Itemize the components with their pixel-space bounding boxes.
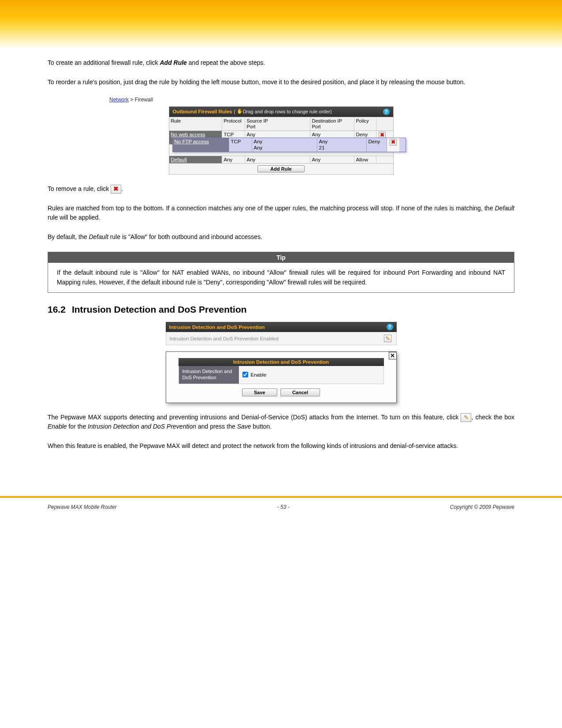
firewall-panel: Outbound Firewall Rules ( ✋Drag and drop… [169, 106, 394, 175]
col-policy-header: Policy [354, 117, 376, 130]
paragraph-default: By default, the Default rule is "Allow" … [48, 232, 514, 242]
col-dst-header: Destination IP Port [310, 117, 354, 130]
rule-link-noftp[interactable]: No FTP access [175, 139, 209, 144]
help-icon[interactable]: ? [383, 108, 390, 115]
add-rule-bold: Add Rule [160, 59, 186, 66]
default-dst: Any [310, 156, 354, 163]
breadcrumb-current: Firewall [135, 97, 153, 103]
dialog-close-icon[interactable]: ✕ [389, 352, 397, 359]
ids-dialog-body: Intrusion Detection and DoS Prevention E… [179, 366, 384, 384]
section-heading: 16.2Intrusion Detection and DoS Preventi… [48, 304, 514, 315]
close-icon[interactable]: ✖ [111, 185, 121, 194]
text: By default, the [48, 233, 89, 240]
section-title: Intrusion Detection and DoS Prevention [72, 304, 247, 314]
footer-rule [0, 496, 562, 498]
col-delete-header [376, 117, 388, 130]
col-srcip-header: Source IP Port [245, 117, 310, 130]
ids-titlebar: Intrusion Detection and DoS Prevention ? [166, 322, 397, 332]
col-protocol-header: Protocol [222, 117, 245, 130]
closing-paragraph-1: The Pepwave MAX supports detecting and p… [48, 413, 514, 432]
help-icon[interactable]: ? [387, 324, 393, 330]
tip-title: Tip [48, 252, 514, 263]
closing-paragraph-2: When this feature is enabled, the Pepwav… [48, 441, 514, 451]
ids-dialog-title: Intrusion Detection and DoS Prevention [179, 358, 384, 366]
rule-link-noweb[interactable]: No web access [171, 132, 205, 137]
text: . [121, 185, 123, 192]
drag-policy: Deny [367, 138, 387, 151]
col-rule-header: Rule [169, 117, 222, 130]
tip-box: Tip If the default inbound rule is "Allo… [48, 252, 514, 293]
drag-proto: TCP [229, 138, 252, 151]
paragraph-matching: Rules are matched from top to the bottom… [48, 204, 514, 223]
default-proto: Any [222, 156, 245, 163]
footer-left: Pepwave MAX Mobile Router [48, 504, 117, 510]
delete-rule-icon[interactable]: ✖ [390, 139, 397, 146]
save-italic: Save [237, 423, 251, 430]
page-content: To create an additional firewall rule, c… [0, 49, 562, 478]
enable-italic: Enable [48, 423, 67, 430]
section-number: 16.2 [48, 304, 66, 314]
hand-icon: ✋ [237, 108, 243, 114]
add-rule-row: Add Rule [169, 163, 393, 174]
ids-italic: Intrusion Detection and DoS Prevention [88, 423, 196, 430]
firewall-header-row: Rule Protocol Source IP Port Destination… [169, 117, 393, 130]
breadcrumb: Network > Firewall [109, 97, 514, 103]
ids-enabled-row: Intrusion Detection and DoS Prevention E… [166, 332, 397, 345]
enable-label: Enable [251, 372, 267, 377]
text: To remove a rule, click [48, 185, 111, 192]
text: The Pepwave MAX supports detecting and p… [48, 414, 461, 421]
firewall-titlebar: Outbound Firewall Rules ( ✋Drag and drop… [169, 107, 393, 117]
ids-row-label: Intrusion Detection and DoS Prevention E… [170, 336, 279, 341]
drag-src: Any Any [252, 138, 317, 151]
ids-dialog-label: Intrusion Detection and DoS Prevention [179, 366, 239, 384]
rule-link-default[interactable]: Default [171, 157, 187, 162]
edit-icon[interactable]: ✎ [461, 413, 471, 422]
dragging-row[interactable]: No FTP access TCP Any Any Any 21 Deny ✖ [172, 138, 406, 152]
save-button[interactable]: Save [242, 388, 277, 396]
ids-title: Intrusion Detection and DoS Prevention [169, 325, 265, 330]
text: , check the box [471, 414, 514, 421]
text: for the [67, 423, 88, 430]
page-footer: Pepwave MAX Mobile Router - 53 - Copyrig… [0, 504, 562, 532]
edit-icon[interactable]: ✎ [384, 335, 391, 342]
breadcrumb-sep: > [129, 97, 135, 103]
cancel-button[interactable]: Cancel [280, 388, 320, 396]
default-policy: Allow [354, 156, 376, 163]
default-italic: Default [89, 233, 108, 240]
text: rule will be applied. [48, 214, 100, 221]
text: and repeat the above steps. [187, 59, 265, 66]
text: rule is "Allow" for both outbound and in… [108, 233, 262, 240]
tip-body: If the default inbound rule is "Allow" f… [48, 263, 514, 292]
paragraph-add-rule: To create an additional firewall rule, c… [48, 58, 514, 68]
ids-dialog-buttons: Save Cancel [166, 384, 396, 403]
text: To create an additional firewall rule, c… [48, 59, 160, 66]
paragraph-remove-rule: To remove a rule, click ✖. [48, 184, 514, 194]
enable-checkbox[interactable] [242, 372, 248, 377]
firewall-title: Outbound Firewall Rules [173, 109, 232, 114]
add-rule-button[interactable]: Add Rule [257, 165, 304, 172]
drag-hint: ( ✋Drag and drop rows to change rule ord… [234, 109, 332, 114]
drag-dst: Any 21 [317, 138, 367, 151]
paragraph-reorder: To reorder a rule's position, just drag … [48, 78, 514, 87]
breadcrumb-network-link[interactable]: Network [109, 97, 129, 103]
footer-copyright: Copyright © 2009 Pepwave [450, 504, 514, 510]
page-header-banner [0, 0, 562, 49]
ids-panel: Intrusion Detection and DoS Prevention ?… [166, 322, 397, 403]
text: button. [251, 423, 272, 430]
ids-dialog-val: Enable [239, 366, 383, 384]
text: and press the [196, 423, 237, 430]
text: Rules are matched from top to the bottom… [48, 205, 495, 212]
ids-dialog: ✕ Intrusion Detection and DoS Prevention… [166, 351, 397, 403]
default-row: Default Any Any Any Allow [169, 156, 393, 163]
footer-page-number: - 53 - [277, 504, 290, 510]
default-italic: Default [495, 205, 514, 212]
default-src: Any [245, 156, 310, 163]
